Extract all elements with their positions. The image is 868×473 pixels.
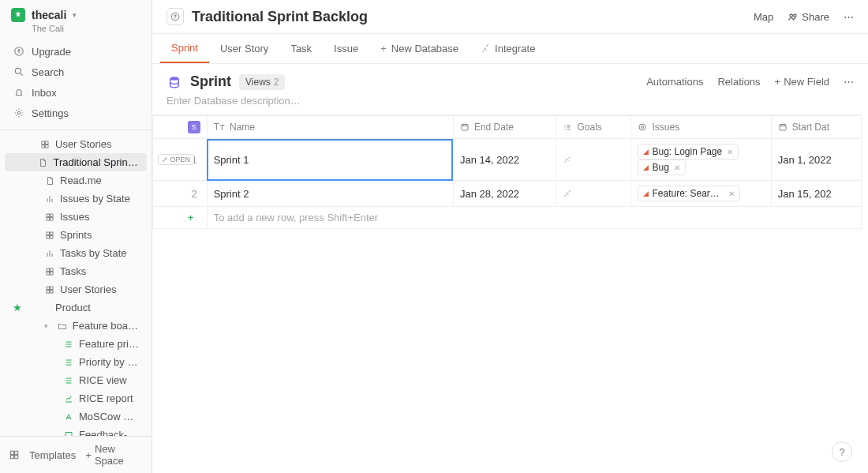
plus-icon: + (380, 43, 387, 54)
remove-chip-icon[interactable]: ✕ (728, 190, 735, 198)
issues-cell[interactable]: ◢Bug: Login Page✕◢Bug✕ (631, 139, 771, 181)
goals-cell[interactable] (556, 181, 631, 207)
link-icon (563, 155, 624, 164)
issue-chip[interactable]: ◢Feature: Search Fu…✕ (638, 186, 740, 201)
svg-rect-20 (51, 287, 54, 290)
sidebar-item-feedback-driven[interactable]: Feedback-driven … (5, 426, 147, 436)
goals-cell[interactable] (556, 139, 631, 181)
name-cell[interactable]: Sprint 1 (207, 139, 453, 181)
main: Traditional Sprint Backlog Map Share ⋯ S… (152, 0, 868, 473)
svg-point-1 (15, 68, 21, 73)
sidebar-item-user-stories[interactable]: User Stories (5, 280, 147, 298)
new-field-button[interactable]: + New Field (775, 76, 829, 88)
sidebar-item-issues[interactable]: Issues (5, 208, 147, 226)
nav-icon (63, 411, 74, 422)
more-icon[interactable]: ⋯ (844, 76, 854, 88)
sidebar-item-rice-view[interactable]: RICE view (5, 371, 147, 389)
sidebar-item-feature-boards[interactable]: ▾Feature boards (5, 317, 147, 335)
start-date-cell[interactable]: Jan 15, 202 (771, 181, 861, 207)
open-row-button[interactable]: ⤢ OPEN (158, 154, 194, 165)
search-label: Search (32, 66, 64, 78)
share-button[interactable]: Share (788, 11, 829, 23)
sidebar-item-priority-by-drivers[interactable]: Priority by Drivers (5, 353, 147, 371)
svg-point-32 (639, 124, 645, 130)
gear-icon (13, 107, 25, 119)
sidebar-item-rice-report[interactable]: RICE report (5, 389, 147, 407)
nav-icon (44, 230, 55, 241)
table-row[interactable]: ⤢ OPEN1Sprint 1Jan 14, 2022◢Bug: Login P… (153, 139, 862, 181)
tab-integrate[interactable]: Integrate (470, 35, 546, 62)
new-space-button[interactable]: + New Space (85, 443, 144, 467)
relations-button[interactable]: Relations (717, 76, 760, 88)
templates-button[interactable]: Templates (29, 449, 76, 461)
issues-cell[interactable]: ◢Feature: Search Fu…✕ (631, 181, 771, 207)
nav-label: Feedback-driven … (79, 429, 140, 436)
end-date-cell[interactable]: Jan 14, 2022 (453, 139, 556, 181)
upgrade-label: Upgrade (32, 46, 71, 58)
svg-rect-10 (51, 217, 54, 220)
sidebar-item-tasks-by-state[interactable]: Tasks by State (5, 244, 147, 262)
svg-point-28 (790, 14, 793, 17)
sidebar-item-issues-by-state[interactable]: Issues by State (5, 190, 147, 208)
sidebar-item-tasks[interactable]: Tasks (5, 262, 147, 280)
tabs: Sprint User Story Task Issue + New Datab… (152, 34, 868, 64)
sidebar-item-feature-prioritiza[interactable]: Feature prioritiza… (5, 335, 147, 353)
svg-point-33 (642, 126, 644, 129)
star-icon: ★ (13, 302, 22, 313)
nav-icon (44, 175, 55, 186)
column-name[interactable]: TᴛName (207, 116, 453, 139)
start-date-cell[interactable]: Jan 1, 2022 (771, 139, 861, 181)
nav-icon (44, 266, 55, 277)
inbox-button[interactable]: Inbox (6, 82, 145, 103)
column-end-date[interactable]: End Date (453, 116, 556, 139)
remove-chip-icon[interactable]: ✕ (674, 163, 680, 172)
select-all-icon[interactable]: S (188, 121, 200, 133)
sidebar-item-product[interactable]: ★Product (5, 298, 147, 317)
automations-button[interactable]: Automations (646, 76, 703, 88)
sidebar-item-moscow-board[interactable]: MoSCow Board (5, 407, 147, 426)
end-date-cell[interactable]: Jan 28, 2022 (453, 181, 556, 207)
issue-chip[interactable]: ◢Bug✕ (638, 160, 685, 175)
issue-chip[interactable]: ◢Bug: Login Page✕ (638, 144, 739, 160)
tab-new-database[interactable]: + New Database (369, 35, 470, 62)
name-cell[interactable]: Sprint 2 (207, 181, 453, 207)
page-icon[interactable] (166, 8, 184, 25)
map-button[interactable]: Map (754, 11, 773, 23)
search-button[interactable]: Search (6, 62, 145, 82)
help-button[interactable]: ? (832, 441, 852, 462)
views-badge[interactable]: Views 2 (239, 74, 285, 90)
svg-rect-23 (10, 451, 13, 454)
relation-icon (638, 122, 647, 132)
column-start-date[interactable]: Start Dat (771, 116, 861, 139)
settings-button[interactable]: Settings (6, 103, 145, 123)
nav-label: Priority by Drivers (79, 356, 140, 368)
tab-sprint[interactable]: Sprint (160, 34, 209, 63)
upgrade-button[interactable]: Upgrade (6, 41, 145, 62)
workspace-header[interactable]: thecali ▾ The Cali (0, 0, 152, 38)
tab-user-story[interactable]: User Story (209, 35, 279, 62)
sidebar-item-user-stories[interactable]: User Stories (5, 135, 147, 153)
workspace-name: thecali (32, 9, 66, 21)
table-row[interactable]: 2Sprint 2Jan 28, 2022◢Feature: Search Fu… (153, 181, 862, 207)
triangle-icon: ◢ (643, 163, 649, 171)
sidebar-item-read-me[interactable]: Read.me (5, 171, 147, 190)
nav-label: Issues (60, 211, 90, 223)
more-icon[interactable]: ⋯ (844, 11, 854, 23)
remove-chip-icon[interactable]: ✕ (727, 148, 733, 156)
share-label: Share (802, 11, 829, 23)
triangle-icon: ◢ (643, 148, 649, 156)
database-description[interactable]: Enter Database description… (152, 93, 868, 114)
tab-task[interactable]: Task (279, 35, 323, 62)
svg-rect-12 (51, 232, 54, 235)
nav-icon (63, 339, 74, 350)
sidebar-item-traditional-sprint-backlog[interactable]: Traditional Sprint Backlog (5, 153, 147, 171)
nav-label: User Stories (60, 283, 117, 295)
svg-rect-25 (10, 456, 13, 459)
column-issues[interactable]: Issues (631, 116, 771, 139)
column-goals[interactable]: Goals (556, 116, 631, 139)
add-row[interactable]: +To add a new row, press Shift+Enter (153, 207, 862, 229)
nav-icon (44, 193, 55, 205)
sidebar-item-sprints[interactable]: Sprints (5, 226, 147, 244)
tab-issue[interactable]: Issue (323, 35, 369, 62)
page-title: Traditional Sprint Backlog (192, 9, 746, 25)
